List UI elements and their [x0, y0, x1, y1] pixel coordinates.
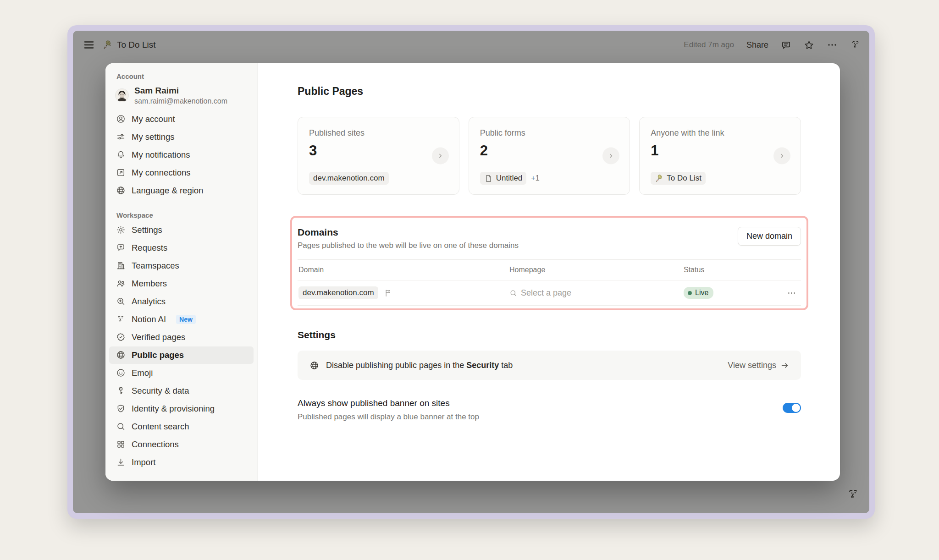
chevron-right-icon[interactable] — [773, 148, 790, 165]
homepage-select[interactable]: Select a page — [509, 288, 684, 298]
sidebar-item-settings[interactable]: Settings — [109, 221, 254, 239]
panel-title: Public Pages — [298, 85, 801, 98]
sidebar-item-my-notifications[interactable]: My notifications — [109, 146, 254, 164]
sidebar-item-analytics[interactable]: Analytics — [109, 293, 254, 310]
new-domain-button[interactable]: New domain — [738, 227, 801, 246]
view-settings-link[interactable]: View settings — [728, 361, 789, 370]
chevron-right-icon[interactable] — [432, 148, 449, 165]
chevron-right-icon[interactable] — [602, 148, 619, 165]
sidebar-item-emoji[interactable]: Emoji — [109, 364, 254, 382]
sidebar-item-verified-pages[interactable]: Verified pages — [109, 329, 254, 346]
live-dot — [688, 291, 692, 295]
import-download-icon — [116, 457, 126, 467]
banner-toggle-row: Always show published banner on sites Pu… — [298, 398, 801, 422]
arrow-out-box-icon — [116, 168, 126, 177]
search-icon — [509, 289, 517, 297]
sidebar-item-content-search[interactable]: Content search — [109, 418, 254, 435]
avatar — [116, 89, 128, 102]
globe-icon — [309, 361, 319, 370]
site-chip[interactable]: dev.makenotion.com — [309, 172, 389, 185]
user-name: Sam Raimi — [134, 86, 227, 96]
new-badge: New — [176, 315, 196, 324]
people-icon — [116, 279, 126, 288]
user-email: sam.raimi@makenotion.com — [134, 97, 227, 105]
page-chip[interactable]: To Do List — [651, 172, 706, 185]
domains-table-header: Domain Homepage Status — [298, 260, 801, 280]
verified-badge-icon — [116, 332, 126, 342]
request-bubble-icon — [116, 243, 126, 253]
person-circle-icon — [116, 114, 126, 124]
toggle-subtitle: Published pages will display a blue bann… — [298, 412, 479, 422]
sidebar-item-connections[interactable]: Connections — [109, 436, 254, 453]
key-icon — [116, 386, 126, 395]
analytics-magnifier-icon — [116, 296, 126, 306]
domains-section-highlighted: Domains Pages published to the web will … — [290, 216, 808, 310]
sliders-icon — [116, 132, 126, 142]
toggle-knob — [792, 404, 800, 412]
building-icon — [116, 261, 126, 270]
bell-icon — [116, 150, 126, 159]
settings-modal: Account Sam Raimi sam.raimi@makenotion.c… — [105, 63, 840, 481]
sidebar-item-members[interactable]: Members — [109, 275, 254, 292]
grid-icon — [116, 439, 126, 449]
sidebar-item-requests[interactable]: Requests — [109, 239, 254, 257]
sidebar-item-import[interactable]: Import — [109, 454, 254, 471]
row-more-icon[interactable] — [787, 288, 800, 298]
sidebar-item-notion-ai[interactable]: Notion AI New — [109, 311, 254, 328]
form-chip[interactable]: Untitled — [480, 172, 527, 185]
sidebar-item-identity-provisioning[interactable]: Identity & provisioning — [109, 400, 254, 417]
account-section-label: Account — [109, 70, 254, 82]
settings-title: Settings — [298, 329, 801, 340]
sidebar-item-my-connections[interactable]: My connections — [109, 164, 254, 181]
public-forms-card[interactable]: Public forms 2 Untitled +1 — [469, 117, 630, 195]
link-pages-count: 1 — [651, 143, 790, 159]
public-forms-count: 2 — [480, 143, 619, 159]
globe-icon — [116, 350, 126, 360]
sidebar-item-public-pages[interactable]: Public pages — [109, 346, 254, 364]
published-sites-card[interactable]: Published sites 3 dev.makenotion.com — [298, 117, 459, 195]
domain-table-row: dev.makenotion.com Select a page Live — [298, 280, 801, 306]
gear-icon — [116, 225, 126, 235]
public-pages-panel: Public Pages Published sites 3 dev.maken… — [258, 63, 840, 481]
sidebar-item-language-region[interactable]: Language & region — [109, 182, 254, 199]
published-sites-count: 3 — [309, 143, 448, 159]
sidebar-item-my-settings[interactable]: My settings — [109, 128, 254, 146]
sidebar-item-teamspaces[interactable]: Teamspaces — [109, 257, 254, 275]
search-icon — [116, 422, 126, 431]
domains-title: Domains — [298, 227, 519, 238]
shield-check-icon — [116, 404, 126, 413]
column-domain: Domain — [298, 266, 509, 274]
domain-chip[interactable]: dev.makenotion.com — [298, 286, 378, 299]
flag-icon[interactable] — [384, 289, 392, 297]
sidebar-item-security-data[interactable]: Security & data — [109, 382, 254, 400]
arrow-right-icon — [780, 361, 789, 370]
banner-text: Disable publishing public pages in the S… — [326, 361, 513, 370]
user-profile[interactable]: Sam Raimi sam.raimi@makenotion.com — [109, 82, 254, 110]
summary-cards: Published sites 3 dev.makenotion.com Pub… — [298, 117, 801, 195]
published-banner-toggle[interactable] — [783, 403, 801, 413]
toggle-title: Always show published banner on sites — [298, 398, 479, 408]
domains-subtitle: Pages published to the web will be live … — [298, 241, 519, 250]
homepage-placeholder: Select a page — [521, 288, 571, 298]
badminton-emoji-icon — [655, 174, 663, 183]
smiley-icon — [116, 368, 126, 378]
status-badge: Live — [684, 287, 713, 299]
workspace-section-label: Workspace — [109, 209, 254, 221]
globe-icon — [116, 186, 126, 195]
sidebar-item-my-account[interactable]: My account — [109, 110, 254, 128]
column-homepage: Homepage — [509, 266, 684, 274]
security-banner: Disable publishing public pages in the S… — [298, 351, 801, 380]
page-icon — [484, 174, 493, 183]
settings-sidebar: Account Sam Raimi sam.raimi@makenotion.c… — [105, 63, 258, 481]
notion-ai-icon — [116, 314, 126, 324]
column-status: Status — [684, 266, 775, 274]
anyone-with-link-card[interactable]: Anyone with the link 1 — [639, 117, 801, 195]
more-forms-count: +1 — [531, 174, 539, 182]
